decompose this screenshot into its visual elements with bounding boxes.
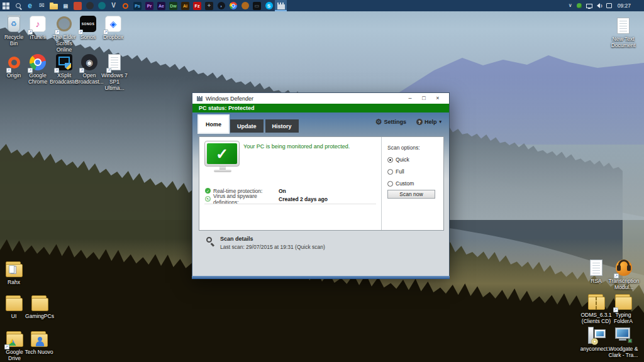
woodgate-clark-shortcut[interactable]: ×Woodgate & Clark - Tra... [606, 326, 640, 359]
window-titlebar[interactable]: Windows Defender – □ × [192, 93, 449, 104]
windows7-sp1-shortcut[interactable]: ↗Windows 7 SP1 Ultima... [99, 53, 130, 91]
dark-sphere-app-icon[interactable] [84, 0, 96, 11]
home-tab-content: ✓ Your PC is being monitored and protect… [199, 136, 444, 231]
radio-icon[interactable] [387, 181, 393, 187]
shortcut-arrow-icon: ↗ [55, 30, 60, 35]
status-value: On [279, 188, 286, 194]
radio-label: Full [396, 168, 404, 175]
crescent-app-icon[interactable]: ◗ [215, 0, 227, 11]
gamingpcs-folder[interactable]: GamingPCs [24, 293, 55, 320]
protection-summary-pane: ✓ Your PC is being monitored and protect… [199, 137, 381, 230]
desktop-icon-label: Windows 7 SP1 Ultima... [99, 73, 130, 91]
help-icon: ? [416, 119, 423, 125]
orange-app-icon[interactable] [72, 0, 84, 11]
itunes-shortcut[interactable]: ♪↗iTunes [24, 14, 52, 41]
screen: ♻Recycle Bin♪↗iTunes↗The Elder Scrolls O… [0, 0, 644, 362]
shortcut-arrow-icon: ↗ [6, 68, 11, 73]
scan-details-title: Scan details [220, 236, 325, 242]
tab-strip: HomeUpdateHistory [199, 112, 299, 133]
window-actions: ⚙ Settings ? Help ▾ [375, 118, 441, 126]
minimize-button[interactable]: – [403, 93, 417, 104]
scan-option-quick[interactable]: Quick [387, 156, 438, 163]
scan-option-full[interactable]: Full [387, 168, 438, 175]
windows-defender-taskbar-icon[interactable] [275, 0, 287, 11]
crosshair-game-icon[interactable]: + [203, 0, 215, 11]
volume-icon[interactable]: )) [597, 3, 602, 8]
desktop-icon-label: UI [11, 314, 17, 320]
taskbar-pinned-icons: e✉▤VPsPrAeDwAiFz+◗▭S [0, 0, 287, 11]
teal-sphere-app-icon[interactable] [96, 0, 108, 11]
desktop-icon-label: Transcription Modul... [608, 278, 640, 291]
orange-ring-app-icon[interactable] [119, 0, 131, 11]
network-icon[interactable] [586, 4, 592, 8]
dropbox-shortcut[interactable]: ◈↗Dropbox [98, 14, 128, 41]
tech-nuovo-folder[interactable]: Tech Nuovo [23, 329, 55, 356]
store-icon[interactable]: ▤ [60, 0, 72, 11]
desktop-icon-label: Typing FolderA [609, 312, 638, 325]
radio-label: Custom [396, 180, 414, 187]
rahx-folder[interactable]: Rahx [0, 260, 28, 286]
desktop-icon-label: New Text Document [608, 36, 639, 49]
window-body: HomeUpdateHistory ⚙ Settings ? Help ▾ [192, 112, 449, 276]
tray-update-icon[interactable] [577, 3, 582, 8]
transcription-module-shortcut[interactable]: ↗Transcription Modul... [608, 258, 640, 291]
premiere-icon[interactable]: Pr [143, 0, 155, 11]
dreamweaver-icon[interactable]: Dw [167, 0, 179, 11]
pc-status-bar: PC status: Protected [192, 104, 449, 112]
clock[interactable]: 09:27 [618, 3, 631, 9]
window-controls: – □ × [403, 93, 445, 104]
radio-icon[interactable] [387, 157, 393, 163]
desktop-icon-label: iTunes [30, 35, 45, 41]
shortcut-arrow-icon: ↗ [103, 30, 108, 35]
help-label: Help [425, 119, 437, 125]
skype-icon[interactable]: S [263, 0, 275, 11]
photoshop-icon[interactable]: Ps [131, 0, 143, 11]
rsa-document[interactable]: RSA [581, 258, 611, 285]
chrome-icon[interactable] [227, 0, 239, 11]
tab-update[interactable]: Update [230, 119, 264, 133]
taskbar: e✉▤VPsPrAeDwAiFz+◗▭S ∨ )) 09:27 [0, 0, 644, 11]
windows-defender-window: Windows Defender – □ × PC status: Protec… [192, 92, 450, 277]
status-value: Created 2 days ago [279, 196, 328, 202]
google-chrome-shortcut[interactable]: ↗Google Chrome [24, 53, 52, 85]
illustrator-icon[interactable]: Ai [179, 0, 191, 11]
mail-icon[interactable]: ✉ [36, 0, 48, 11]
start-button[interactable] [0, 0, 12, 11]
v-app-icon[interactable]: V [108, 0, 119, 11]
after-effects-icon[interactable]: Ae [155, 0, 167, 11]
protection-status-rows: ✓Real-time protection:On↻Virus and spywa… [205, 187, 376, 203]
amber-sphere-app-icon[interactable] [239, 0, 251, 11]
action-center-icon[interactable] [606, 3, 612, 8]
tab-history[interactable]: History [265, 119, 299, 133]
file-explorer-icon[interactable] [48, 0, 60, 11]
search-icon[interactable] [12, 0, 24, 11]
help-button[interactable]: ? Help ▾ [416, 119, 441, 125]
typing-foldera[interactable]: ↗Typing FolderA [609, 292, 638, 325]
scan-options-label: Scan options: [387, 145, 438, 151]
gear-icon: ⚙ [375, 118, 382, 126]
scan-now-button[interactable]: Scan now [387, 190, 435, 199]
edge-browser-icon[interactable]: e [24, 0, 36, 11]
magnifier-icon [206, 237, 214, 245]
display-app-icon[interactable]: ▭ [251, 0, 263, 11]
desktop-icon-label: RSA [591, 278, 601, 285]
check-circle-icon: ✓ [205, 188, 213, 194]
defender-castle-icon [197, 97, 203, 101]
new-text-document[interactable]: New Text Document [608, 16, 639, 49]
filezilla-icon[interactable]: Fz [191, 0, 203, 11]
settings-button[interactable]: ⚙ Settings [375, 118, 406, 126]
settings-label: Settings [384, 119, 406, 125]
desktop-icon-label: GamingPCs [25, 314, 54, 320]
radio-icon[interactable] [387, 169, 393, 175]
desktop-icon-label: Origin [7, 73, 21, 79]
close-button[interactable]: × [431, 93, 445, 104]
shortcut-arrow-icon: ↗ [78, 30, 83, 35]
window-title: Windows Defender [206, 96, 253, 102]
tab-home[interactable]: Home [199, 116, 228, 133]
desktop-icon-label: Tech Nuovo [25, 349, 53, 356]
tray-expand-chevron-icon[interactable]: ∨ [569, 3, 572, 8]
scan-option-custom[interactable]: Custom [387, 180, 438, 187]
maximize-button[interactable]: □ [417, 93, 431, 104]
shortcut-arrow-icon: ↗ [28, 30, 33, 35]
protected-monitor-icon: ✓ [204, 141, 241, 172]
